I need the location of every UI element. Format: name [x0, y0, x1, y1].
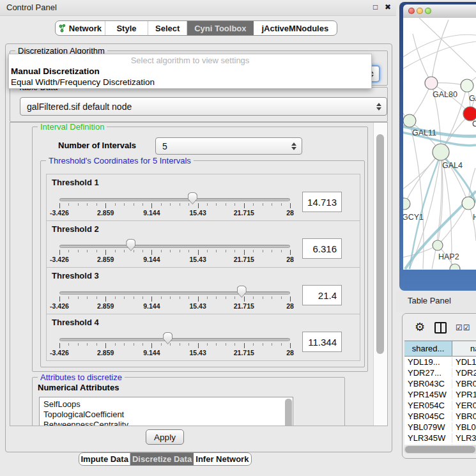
numerical-attributes-list[interactable]: SelfLoopsTopologicalCoefficientBetweenne… — [39, 397, 293, 426]
slider-scale-label: 21.715 — [234, 256, 254, 263]
slider-scale-label: 9.144 — [143, 349, 160, 357]
list-scrollbar[interactable] — [285, 399, 292, 426]
table-cell-shared-name: YBL079W — [404, 422, 452, 432]
table-cell-shared-name: YER054C — [404, 401, 452, 410]
table-cell-shared-name: YDR27... — [404, 368, 452, 378]
slider-scale-label: -3.426 — [50, 349, 69, 357]
table-row[interactable]: YDL19...YDL1 — [404, 357, 476, 367]
threshold-value-input[interactable]: 11.344 — [302, 332, 342, 352]
tab-label: Discretize Data — [132, 454, 192, 464]
network-window-titlebar[interactable] — [403, 4, 476, 19]
popup-placeholder: Select algorithm to view settings — [9, 54, 371, 66]
tab-network[interactable]: Network — [56, 21, 105, 35]
popup-item[interactable]: Manual Discretization — [9, 66, 371, 77]
settings-scroll-area: Interval Definition Number of Intervals … — [10, 122, 388, 426]
threshold-label: Threshold 1 — [52, 178, 99, 187]
thresholds-group-title: Threshold's Coordinates for 5 Intervals — [46, 156, 194, 165]
table-cell-shared-name: YBR043C — [404, 379, 452, 388]
table-cell-name: YBL0 — [452, 422, 476, 432]
minimize-traffic-light-icon[interactable] — [417, 8, 423, 14]
slider-scale-label: 15.43 — [189, 302, 206, 310]
float-icon[interactable]: □ — [373, 3, 378, 12]
table-cell-name: YPR1 — [452, 390, 476, 399]
table-row[interactable]: YIL052CYIL0 — [404, 443, 476, 445]
node-table: shared... na YDL19...YDL1YDR27...YDR2YBR… — [404, 341, 476, 445]
table-cell-name: YDL1 — [452, 357, 476, 367]
network-canvas[interactable]: GAL80GACGAL11GAL4GCY1HHAP2 — [403, 18, 476, 270]
slider-track[interactable] — [59, 291, 290, 295]
table-row[interactable]: YBR045CYBR0 — [404, 411, 476, 422]
table-hscrollbar-thumb[interactable] — [405, 446, 475, 453]
select-columns-icon[interactable]: ☑☑ — [456, 323, 471, 332]
slider-scale-label: 2.859 — [97, 209, 114, 217]
tab-discretize-data[interactable]: Discretize Data — [130, 453, 193, 465]
num-intervals-label: Number of Intervals — [58, 141, 136, 150]
gear-icon[interactable]: ⚙ — [415, 320, 425, 334]
table-cell-name: YIL0 — [452, 444, 476, 445]
network-view-window[interactable]: GAL80GACGAL11GAL4GCY1HHAP2 — [399, 2, 476, 291]
table-row[interactable]: YER054CYER0 — [404, 400, 476, 411]
attribute-list-item[interactable]: SelfLoops — [40, 399, 293, 410]
table-cell-shared-name: YBR045C — [404, 411, 452, 421]
close-traffic-light-icon[interactable] — [408, 8, 415, 14]
threshold-value-input[interactable]: 14.713 — [302, 192, 342, 212]
slider-scale-label: 21.715 — [234, 302, 254, 310]
table-row[interactable]: YBL079WYBL0 — [404, 422, 476, 433]
slider-scale-label: 21.715 — [234, 349, 254, 357]
slider-ticks — [59, 343, 291, 349]
threshold-label: Threshold 3 — [52, 271, 99, 280]
threshold-block: Threshold 2-3.4262.8599.14415.4321.71528… — [46, 220, 360, 268]
threshold-block: Threshold 1-3.4262.8599.14415.4321.71528… — [46, 174, 360, 221]
svg-text:GAL80: GAL80 — [433, 90, 457, 99]
svg-text:HAP2: HAP2 — [438, 252, 459, 261]
table-row[interactable]: YBR043CYBR0 — [404, 378, 476, 389]
slider-scale-label: 28 — [286, 349, 294, 357]
slider-scale-label: 28 — [286, 209, 294, 217]
control-panel-titlebar: Control Panel □ ✖ — [0, 0, 396, 16]
table-row[interactable]: YDR27...YDR2 — [404, 367, 476, 378]
slider-track[interactable] — [59, 245, 290, 248]
cyni-toolbox-panel: Discretization Algorithm Table Data galF… — [5, 43, 392, 452]
tab-style[interactable]: Style — [105, 21, 149, 35]
attribute-list-item[interactable]: BetweennessCentrality — [40, 420, 293, 426]
list-scrollbar-thumb[interactable] — [285, 399, 292, 426]
apply-button[interactable]: Apply — [146, 429, 184, 445]
table-cell-name: YER0 — [452, 401, 476, 410]
slider-track[interactable] — [59, 198, 290, 201]
tab-infer-network[interactable]: Infer Network — [194, 453, 251, 465]
threshold-label: Threshold 4 — [52, 318, 99, 327]
table-data-combo[interactable]: galFiltered.sif default node — [20, 97, 387, 116]
num-intervals-combo[interactable]: 5 — [155, 137, 302, 155]
tab-impute-data[interactable]: Impute Data — [79, 453, 130, 465]
slider-ticks — [59, 250, 291, 256]
slider-track[interactable] — [59, 338, 290, 341]
split-columns-icon[interactable] — [434, 322, 447, 334]
table-data-value: galFiltered.sif default node — [27, 102, 132, 112]
slider-scale-label: 2.859 — [97, 302, 114, 310]
table-panel: ⚙ ☑☑ shared... na YDL19...YDL1YDR27...YD… — [402, 313, 476, 459]
combo-spinner-icon — [291, 138, 296, 154]
main-scrollbar-thumb[interactable] — [376, 134, 384, 354]
attribute-list-item[interactable]: TopologicalCoefficient — [40, 410, 293, 420]
main-scrollbar[interactable] — [373, 123, 387, 426]
table-cell-shared-name: YIL052C — [404, 444, 452, 445]
maximize-traffic-light-icon[interactable] — [425, 8, 431, 14]
tab-select[interactable]: Select — [148, 21, 187, 35]
threshold-value-input[interactable]: 6.316 — [302, 238, 342, 259]
slider-scale-label: 28 — [286, 302, 294, 310]
tab-label: Cyni Toolbox — [194, 24, 246, 33]
table-hscrollbar[interactable] — [404, 445, 476, 454]
tab-jactivemnodules[interactable]: jActiveMNodules — [254, 21, 337, 35]
network-graph: GAL80GACGAL11GAL4GCY1HHAP2 — [403, 18, 476, 270]
column-header-name[interactable]: na — [452, 341, 476, 356]
popup-item[interactable]: Equal Width/Frequency Discretization — [9, 77, 371, 88]
threshold-block: Threshold 3-3.4262.8599.14415.4321.71528… — [46, 267, 360, 314]
close-icon[interactable]: ✖ — [385, 3, 391, 12]
table-row[interactable]: YLR345WYLR3 — [404, 433, 476, 443]
slider-scale-label: 28 — [286, 256, 294, 263]
network-icon — [59, 24, 66, 33]
threshold-value-input[interactable]: 21.4 — [302, 285, 342, 305]
tab-cyni-toolbox[interactable]: Cyni Toolbox — [187, 21, 254, 35]
column-header-shared[interactable]: shared... — [404, 341, 452, 356]
table-row[interactable]: YPR145WYPR1 — [404, 389, 476, 400]
